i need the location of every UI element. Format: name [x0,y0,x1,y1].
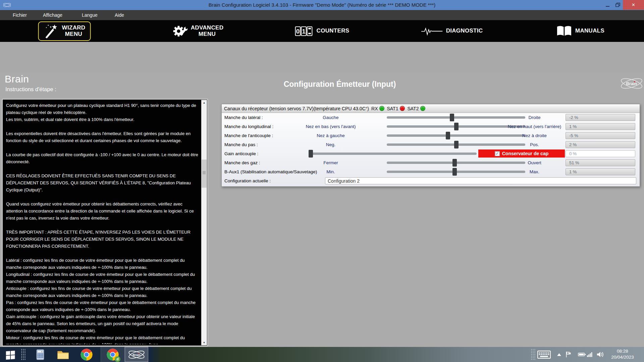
taskbar-divider-dots [21,349,26,360]
tray-volume-button[interactable] [596,347,604,362]
maximize-button[interactable] [613,0,623,10]
row-min-label: Nez à gauche [275,131,386,140]
taskbar-file-explorer-button[interactable] [56,348,70,361]
start-button[interactable] [5,349,17,360]
taskbar-calculator-button[interactable]: 0 [34,348,47,361]
profile-badge: d [115,356,120,362]
brain-logo: Brain [619,74,644,93]
channel-row-2: Manche du longitudinal :Nez en bas (vers… [222,122,640,131]
input-panel: Canaux du récepteur (tension servos 7.7V… [221,104,640,187]
row-value-field: 1 % [566,168,635,175]
instructions-scrollbar[interactable]: ▲ ▼ [201,100,207,345]
nav-label: DIAGNOSTIC [446,28,483,34]
explorer-icon [57,349,69,360]
menu-affichage[interactable]: Affichage [43,10,62,20]
row-label: Manche du pas : [224,140,258,149]
step-toolbar: 5 [0,42,644,72]
channel-slider[interactable] [387,131,525,140]
heading-hold-box: ✓Conservateur de cap [478,149,565,158]
nav-label: ADVANCED MENU [191,25,223,37]
calculator-icon: 0 [35,349,46,360]
nav-bar: WIZARD MENUADVANCED MENU01COUNTERSDIAGNO… [0,20,644,42]
nav-advanced-button[interactable]: ADVANCED MENU [172,23,223,39]
wand-icon [44,23,59,39]
row-label: Manche du latéral : [224,113,263,122]
main-content: Brain Instructions d'étape : Configurati… [0,72,644,347]
channel-slider[interactable] [387,113,525,122]
taskbar-clock[interactable]: 08:28 20/04/2023 [606,348,639,360]
channel-slider[interactable] [387,122,525,131]
nav-counters-button[interactable]: 01COUNTERS [295,24,350,38]
svg-text:1: 1 [302,28,306,35]
taskbar-chrome-profile-button[interactable]: d [101,347,125,362]
svg-text:0: 0 [296,28,300,35]
current-configuration-field[interactable] [325,177,636,184]
tray-touch-keyboard-button[interactable] [537,347,551,362]
scroll-down-arrow[interactable]: ▼ [201,340,207,345]
application-window: Brain Configuration Logiciel 3.4.103 - F… [0,0,644,362]
window-title: Brain Configuration Logiciel 3.4.103 - F… [0,0,644,10]
nav-label: COUNTERS [317,28,350,34]
row-max-label: Ouvert [505,158,564,167]
minimize-button[interactable] [603,0,613,10]
brain-app-icon: Brain [127,348,146,362]
gain-slider[interactable] [309,149,477,158]
menu-aide[interactable]: Aide [115,10,124,20]
book-icon [556,25,572,37]
taskbar-brain-app-button[interactable]: Brain [125,347,148,362]
taskbar-chrome-button[interactable] [80,348,93,361]
status-label: RX [371,106,378,111]
receiver-channels-header: Canaux du récepteur (tension servos 7.7V… [222,104,640,113]
tray-show-hidden-icons-button[interactable] [557,347,561,362]
channel-row-7: B-Aux1 (Stabilisation automatique/Sauvet… [222,167,640,176]
battery-icon [578,352,586,357]
receiver-header-text: Canaux du récepteur (tension servos 7.7V… [224,106,369,111]
clock-time: 08:28 [606,348,639,354]
row-value-field: 2 % [566,141,635,148]
row-min-label: Fermer [275,158,386,167]
status-led-rx [379,106,384,111]
nav-label: MANUALS [575,28,604,34]
scroll-up-arrow[interactable]: ▲ [201,100,207,105]
row-min-label: Gauche [275,113,386,122]
channel-slider[interactable] [387,140,525,149]
row-min-label: Neg. [275,140,386,149]
row-max-label: Nez à droite [505,131,564,140]
svg-text:Brain: Brain [132,353,140,356]
status-rx: RX [371,106,384,111]
row-min-label: Min. [275,167,386,176]
tray-network-button[interactable] [587,347,593,362]
channel-row-3: Manche de l'anticouple :Nez à gaucheNez … [222,131,640,140]
status-led-sat2 [420,106,425,111]
menu-fichier[interactable]: Fichier [13,10,27,20]
nav-diagnostic-button[interactable]: DIAGNOSTIC [421,25,483,37]
instructions-text: Configurez votre émetteur pour un platea… [6,102,199,344]
pulse-icon [421,25,443,37]
row-value-field: -2 % [566,114,635,121]
channel-slider[interactable] [387,167,525,176]
menu-langue[interactable]: Langue [82,10,98,20]
status-sat2: SAT2 [407,106,425,111]
gear-wrench-icon [172,23,188,39]
brand-title: Brain [5,73,29,85]
close-button[interactable]: ✕ [623,0,644,10]
row-max-label: Droite [505,113,564,122]
tray-battery-button[interactable] [578,347,586,362]
volume-icon [596,352,604,357]
current-configuration-row: Configuration actuelle : [222,176,640,185]
heading-hold-checkbox[interactable]: ✓ [495,151,500,156]
tray-action-center-button[interactable] [566,347,572,362]
title-bar: Brain Configuration Logiciel 3.4.103 - F… [0,0,644,10]
clock-date: 20/04/2023 [606,354,639,360]
channel-slider[interactable] [387,158,525,167]
nav-label: WIZARD MENU [62,25,86,37]
svg-text:0: 0 [41,351,42,353]
nav-manuals-button[interactable]: MANUALS [556,25,604,37]
row-label: Gain anticouple : [224,149,258,158]
nav-wizard-button[interactable]: WIZARD MENU [38,21,91,41]
scrollbar-thumb[interactable] [202,160,207,188]
chrome-icon [80,348,93,361]
menu-bar: FichierAffichageLangueAide [0,10,644,20]
page-title: Configuration Émetteur (Input) [222,80,457,89]
svg-text:Brain: Brain [626,81,637,86]
